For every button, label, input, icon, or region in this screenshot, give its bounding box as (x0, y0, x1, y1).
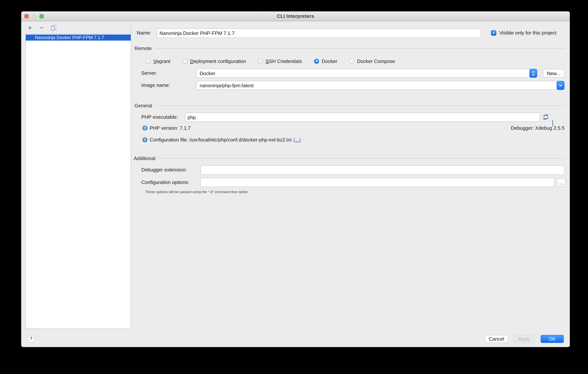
image-name-label: Image name: (141, 82, 170, 88)
name-input[interactable] (157, 28, 481, 38)
php-version-text: PHP version: 7.1.7 (150, 125, 190, 131)
add-interpreter-icon[interactable] (27, 24, 33, 31)
visible-only-checkbox[interactable] (491, 30, 496, 36)
radio-selected-icon (314, 59, 319, 64)
new-server-button[interactable]: New... (543, 69, 565, 77)
title-bar[interactable]: CLI Interpreters (21, 11, 570, 21)
general-section-label: General (135, 103, 152, 108)
configuration-file-text: Configuration file: /usr/local/etc/php/c… (150, 137, 292, 143)
radio-deployment-configuration[interactable]: Deployment configuration (182, 58, 246, 64)
section-divider (154, 48, 565, 49)
radio-docker-compose[interactable]: Docker Compose (349, 58, 395, 64)
image-name-dropdown-button[interactable] (556, 81, 565, 90)
info-icon (142, 126, 147, 131)
general-section-header: General (135, 102, 565, 109)
server-value: Docker (197, 70, 529, 76)
debugger-version-text: Debugger: Xdebug 2.5.5 (511, 125, 565, 131)
window-title: CLI Interpreters (21, 13, 570, 19)
server-label: Server: (141, 70, 157, 76)
configuration-options-label: Configuration options: (141, 179, 189, 185)
interpreter-settings-pane: Name: Visible only for this project Remo… (131, 21, 570, 329)
image-name-value: nanoninja/php-fpm:latest (197, 83, 556, 88)
php-executable-label: PHP executable: (141, 114, 178, 120)
php-executable-input[interactable] (185, 113, 540, 122)
configuration-file-more-link[interactable]: (...) (294, 137, 301, 143)
server-stepper[interactable] (529, 69, 537, 78)
debugger-extension-label: Debugger extension: (141, 167, 187, 173)
remote-section-label: Remote (135, 45, 152, 51)
radio-ssh-credentials[interactable]: SSH Credentials (258, 58, 302, 64)
radio-docker[interactable]: Docker (314, 58, 337, 64)
visible-only-label: Visible only for this project (499, 30, 556, 36)
debugger-extension-input[interactable] (200, 165, 565, 175)
configuration-options-browse-button[interactable]: ... (557, 178, 565, 187)
apply-button: Apply (513, 335, 535, 343)
server-combobox[interactable]: Docker (196, 69, 537, 78)
help-button[interactable]: ? (27, 335, 35, 342)
section-divider (155, 105, 565, 106)
cli-interpreters-dialog: CLI Interpreters Nanoninja Docker PHP-FP… (21, 11, 570, 347)
configuration-file-row: Configuration file: /usr/local/etc/php/c… (142, 137, 301, 143)
radio-icon (182, 59, 187, 64)
section-divider (158, 158, 565, 159)
configuration-options-input[interactable] (200, 178, 554, 187)
list-item[interactable]: Nanoninja Docker PHP-FPM 7.1.7 (26, 34, 131, 41)
remove-interpreter-icon[interactable] (38, 24, 45, 31)
cancel-button[interactable]: Cancel (485, 335, 508, 343)
interpreters-sidebar: Nanoninja Docker PHP-FPM 7.1.7 (21, 21, 131, 329)
info-icon (142, 137, 147, 142)
sidebar-toolbar (27, 23, 57, 32)
radio-icon (349, 59, 354, 64)
remote-type-radio-group: Vagrant Deployment configuration SSH Cre… (146, 58, 395, 65)
name-label: Name: (137, 30, 151, 36)
remote-section-header: Remote (135, 45, 565, 51)
image-name-combobox[interactable]: nanoninja/php-fpm:latest (196, 81, 565, 90)
php-version-row: PHP version: 7.1.7 (142, 125, 190, 131)
interpreters-list: Nanoninja Docker PHP-FPM 7.1.7 (25, 33, 131, 329)
options-note-text: These options will be passed using the "… (145, 190, 248, 194)
radio-icon (258, 59, 263, 64)
additional-section-header: Additional (134, 155, 565, 161)
copy-interpreter-icon[interactable] (50, 24, 57, 31)
additional-section-label: Additional (134, 155, 155, 161)
desktop: CLI Interpreters Nanoninja Docker PHP-FP… (0, 0, 588, 374)
ok-button[interactable]: OK (541, 335, 564, 343)
radio-icon (146, 59, 151, 64)
radio-vagrant[interactable]: Vagrant (146, 58, 170, 64)
reload-phpinfo-icon[interactable] (543, 114, 549, 122)
